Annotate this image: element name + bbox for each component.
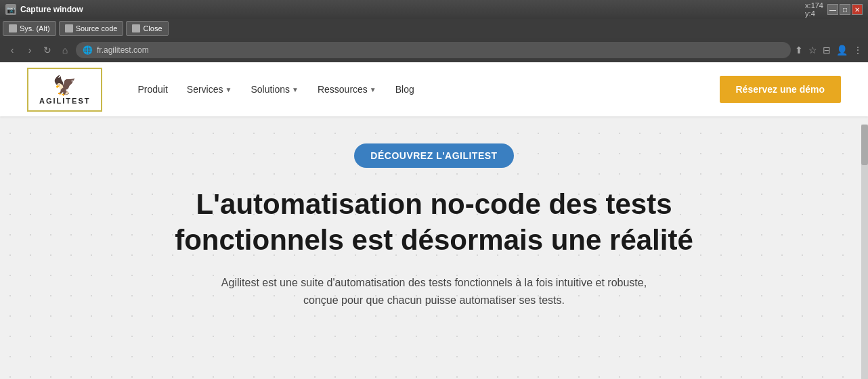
source-code-icon — [65, 24, 73, 32]
address-bar[interactable]: 🌐 fr.agilitest.com — [76, 42, 791, 58]
website-content: 🦅 AGILITEST Produit Services ▼ Solutions… — [0, 62, 868, 379]
title-bar-title: Capture window — [20, 5, 801, 14]
maximize-button[interactable]: □ — [840, 4, 850, 15]
services-chevron-icon: ▼ — [225, 86, 232, 93]
hero-subtitle: Agilitest est une suite d'automatisation… — [204, 274, 664, 309]
nav-item-ressources[interactable]: Ressources ▼ — [309, 79, 385, 100]
logo[interactable]: 🦅 AGILITEST — [27, 68, 102, 112]
menu-icon[interactable]: ⋮ — [853, 45, 863, 55]
close-capture-icon — [132, 24, 140, 32]
share-icon[interactable]: ⬆ — [795, 45, 803, 55]
toolbar: Sys. (Alt) Source code Close — [0, 19, 868, 38]
browser-chrome: ‹ › ↻ ⌂ 🌐 fr.agilitest.com ⬆ ☆ ⊟ 👤 ⋮ — [0, 38, 868, 62]
discover-badge[interactable]: DÉCOUVREZ L'AGILITEST — [354, 143, 513, 168]
app-icon: 📷 — [5, 4, 16, 15]
window-controls: — □ ✕ — [827, 4, 863, 15]
minimize-button[interactable]: — — [827, 4, 838, 15]
title-bar-coords: x:174 y:4 — [805, 1, 823, 18]
home-button[interactable]: ⌂ — [58, 43, 72, 57]
refresh-button[interactable]: ↻ — [41, 43, 54, 57]
browser-actions: ⬆ ☆ ⊟ 👤 ⋮ — [795, 45, 863, 55]
back-button[interactable]: ‹ — [5, 43, 19, 57]
logo-text: AGILITEST — [39, 97, 90, 105]
cta-button[interactable]: Réservez une démo — [720, 76, 842, 103]
sys-alt-button[interactable]: Sys. (Alt) — [3, 21, 56, 36]
nav-item-services[interactable]: Services ▼ — [179, 79, 240, 100]
account-icon[interactable]: 👤 — [836, 45, 848, 55]
close-capture-button[interactable]: Close — [126, 21, 168, 36]
source-code-button[interactable]: Source code — [59, 21, 124, 36]
navbar: 🦅 AGILITEST Produit Services ▼ Solutions… — [0, 62, 868, 116]
nav-item-blog[interactable]: Blog — [387, 79, 422, 100]
favicon-icon: 🌐 — [83, 45, 93, 55]
nav-item-produit[interactable]: Produit — [129, 79, 175, 100]
title-bar: 📷 Capture window x:174 y:4 — □ ✕ — [0, 0, 868, 19]
ressources-chevron-icon: ▼ — [370, 86, 376, 93]
hero-title: L'automatisation no-code des tests fonct… — [170, 187, 698, 258]
sys-alt-icon — [9, 24, 17, 32]
hero-section: DÉCOUVREZ L'AGILITEST L'automatisation n… — [0, 116, 868, 322]
logo-icon: 🦅 — [53, 74, 77, 97]
forward-button[interactable]: › — [23, 43, 37, 57]
nav-links: Produit Services ▼ Solutions ▼ Ressource… — [129, 79, 719, 100]
solutions-chevron-icon: ▼ — [292, 86, 299, 93]
nav-item-solutions[interactable]: Solutions ▼ — [242, 79, 307, 100]
close-button[interactable]: ✕ — [852, 4, 863, 15]
reader-view-icon[interactable]: ⊟ — [823, 45, 831, 55]
bookmark-icon[interactable]: ☆ — [808, 45, 817, 55]
